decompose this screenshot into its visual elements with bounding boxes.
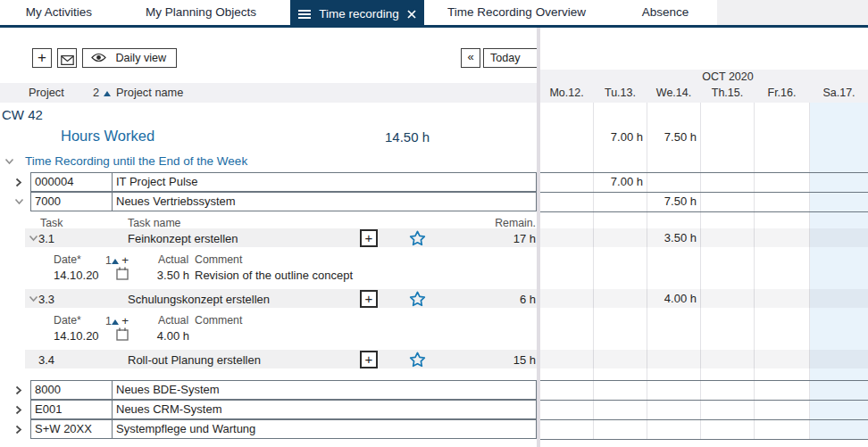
tab-absence[interactable]: Absence — [634, 0, 697, 25]
entry-comment[interactable]: Revision of the outline concept — [195, 269, 353, 282]
project-id-cell[interactable]: 000004 — [30, 172, 113, 192]
day-header-fr[interactable]: Fr.16. — [755, 83, 809, 103]
favorite-star-icon[interactable] — [409, 352, 426, 368]
task-row[interactable] — [25, 289, 537, 308]
favorite-star-icon[interactable] — [409, 230, 426, 246]
day-header-th[interactable]: Th.15. — [701, 83, 754, 103]
column-header-task-name[interactable]: Task name — [128, 217, 180, 229]
project-name: Neues Vertriebssystem — [116, 195, 236, 208]
column-header-actual[interactable]: Actual — [158, 253, 188, 266]
column-header-comment[interactable]: Comment — [195, 253, 242, 266]
calendar-icon[interactable] — [116, 327, 129, 341]
task-row-grid — [540, 350, 868, 368]
chevron-down-icon[interactable] — [29, 295, 38, 302]
project-id-cell[interactable]: 8000 — [30, 380, 113, 400]
task-id: 3.3 — [38, 293, 54, 306]
calendar-icon[interactable] — [116, 267, 129, 280]
chevron-right-icon[interactable] — [15, 405, 22, 415]
add-entry-button[interactable]: + — [360, 229, 378, 247]
panel-splitter[interactable] — [537, 28, 540, 447]
add-entry-button[interactable]: + — [360, 351, 378, 368]
table-header-row: Project 2 Project name — [0, 83, 537, 103]
tab-my-activities[interactable]: My Activities — [18, 0, 100, 25]
project-name-cell[interactable]: Systempflege und Wartung — [112, 419, 537, 439]
project-id: 7000 — [35, 195, 61, 208]
project-id: E001 — [35, 402, 62, 416]
day-header-we[interactable]: We.14. — [647, 83, 700, 103]
chevron-down-icon[interactable] — [4, 158, 14, 165]
tab-label: Absence — [642, 5, 689, 19]
tab-time-recording[interactable]: Time recording — [290, 0, 424, 28]
day-header-tu[interactable]: Tu.13. — [594, 83, 647, 103]
task-id: 3.4 — [38, 353, 54, 367]
column-header-task[interactable]: Task — [40, 217, 63, 229]
project-name: Systempflege und Wartung — [116, 422, 255, 435]
add-row-icon[interactable]: + — [121, 253, 129, 267]
view-mode-select[interactable]: Daily view — [82, 48, 177, 68]
hours-worked-we-value: 7.50 h — [647, 125, 697, 149]
project-id-cell[interactable]: 7000 — [30, 192, 113, 211]
project-name: Neues CRM-System — [116, 402, 221, 416]
task-row[interactable] — [25, 228, 537, 247]
column-header-date[interactable]: Date* — [54, 314, 81, 327]
sort-asc-icon — [112, 319, 119, 325]
task-we-value: 3.50 h — [647, 228, 697, 247]
plus-icon: + — [365, 230, 373, 245]
add-row-icon[interactable]: + — [121, 314, 129, 327]
add-button[interactable]: + — [32, 48, 52, 68]
chevron-down-icon[interactable] — [29, 235, 38, 242]
project-row-grid — [540, 419, 868, 440]
day-header-sa[interactable]: Sa.17. — [810, 83, 868, 103]
favorite-star-icon[interactable] — [409, 291, 426, 307]
tab-label: Time Recording Overview — [447, 5, 586, 19]
previous-button[interactable]: « — [461, 48, 480, 68]
column-header-project[interactable]: Project — [29, 83, 64, 103]
today-label: Today — [490, 52, 521, 64]
plus-icon: + — [365, 352, 373, 367]
project-row-grid — [540, 400, 868, 419]
tab-my-planning-objects[interactable]: My Planning Objects — [136, 0, 266, 25]
add-entry-button[interactable]: + — [360, 290, 378, 308]
project-we-value: 7.50 h — [647, 192, 697, 211]
project-name-cell[interactable]: IT Project Pulse — [112, 172, 537, 192]
menu-icon[interactable] — [298, 8, 311, 21]
entry-date[interactable]: 14.10.20 — [54, 329, 99, 343]
mail-button[interactable] — [57, 48, 77, 68]
column-header-comment[interactable]: Comment — [195, 314, 242, 327]
task-remain-value: 6 h — [491, 293, 536, 306]
sort-order-number: 1 — [105, 315, 112, 327]
task-row[interactable] — [25, 350, 537, 368]
entry-sort-indicator[interactable]: 1 + — [105, 253, 129, 267]
column-header-project-name[interactable]: Project name — [116, 83, 183, 103]
plus-icon: + — [365, 291, 373, 306]
chevron-right-icon[interactable] — [15, 425, 22, 435]
entry-actual-hours[interactable]: 3.50 h — [145, 269, 189, 282]
sort-order-number: 2 — [93, 86, 99, 99]
project-name-cell[interactable]: Neues CRM-System — [112, 400, 537, 419]
chevron-down-icon[interactable] — [14, 198, 24, 205]
entry-actual-hours[interactable]: 4.00 h — [145, 329, 189, 343]
today-button[interactable]: Today — [483, 48, 538, 68]
project-name-cell[interactable]: Neues BDE-System — [112, 380, 537, 400]
project-name-cell[interactable]: Neues Vertriebssystem — [112, 192, 537, 211]
project-id-cell[interactable]: E001 — [30, 400, 113, 419]
column-header-actual[interactable]: Actual — [158, 314, 188, 327]
column-header-remain[interactable]: Remain. — [482, 217, 536, 229]
close-icon[interactable] — [407, 10, 416, 19]
task-row-grid — [540, 289, 868, 308]
task-we-value: 4.00 h — [647, 289, 697, 308]
project-id-cell[interactable]: S+W 20XX — [30, 419, 113, 439]
chevrons-left-icon: « — [467, 50, 473, 63]
entry-date[interactable]: 14.10.20 — [54, 269, 99, 282]
tab-label: My Planning Objects — [146, 5, 256, 19]
day-header-mo[interactable]: Mo.12. — [540, 83, 593, 103]
chevron-right-icon[interactable] — [15, 385, 22, 395]
column-header-date[interactable]: Date* — [54, 253, 81, 266]
section-time-recording-label[interactable]: Time Recording until the End of the Week — [25, 154, 247, 168]
entry-sort-indicator[interactable]: 1 + — [105, 314, 129, 327]
chevron-right-icon[interactable] — [15, 178, 22, 187]
project-row-grid — [540, 192, 868, 212]
tab-time-recording-overview[interactable]: Time Recording Overview — [443, 0, 590, 25]
sort-indicator[interactable]: 2 — [93, 83, 111, 103]
project-id: 8000 — [35, 383, 61, 396]
